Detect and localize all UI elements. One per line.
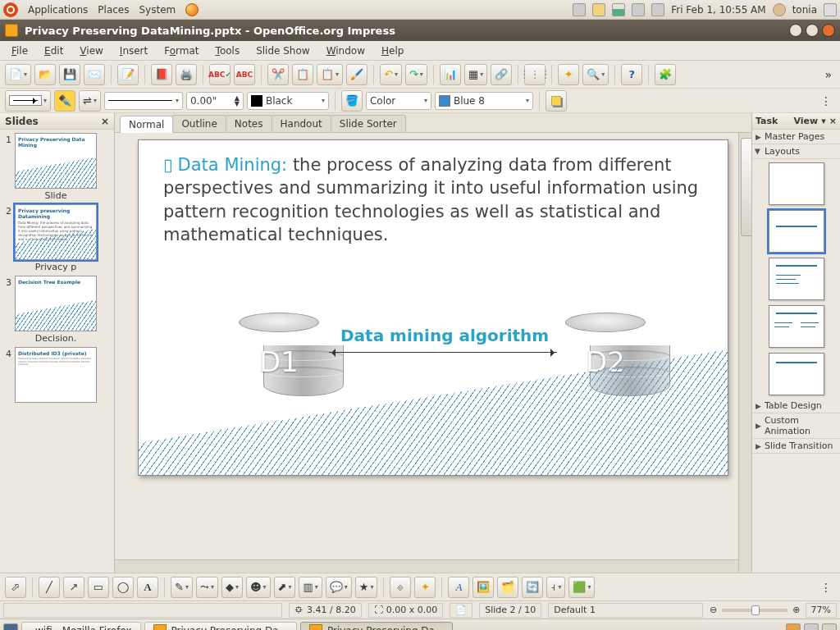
network-icon[interactable]	[612, 3, 625, 16]
show-desktop-button[interactable]	[3, 623, 18, 631]
shadow-button[interactable]	[546, 90, 567, 112]
slide-text[interactable]: ▯Data Mining: the process of analyzing d…	[163, 153, 703, 246]
tray-icon[interactable]	[573, 3, 586, 16]
copy-button[interactable]: 📋	[292, 64, 313, 85]
slide-canvas[interactable]: ▯Data Mining: the process of analyzing d…	[115, 133, 751, 573]
menu-file[interactable]: File	[5, 43, 34, 58]
area-fill-icon[interactable]: 🪣	[341, 90, 363, 112]
line-tool-button[interactable]: ╱	[39, 577, 60, 598]
text-tool-button[interactable]: A	[137, 577, 158, 598]
layout-title-only-2[interactable]	[769, 353, 824, 395]
taskbar-item[interactable]: Privacy Preserving Da...	[144, 622, 297, 631]
menu-slideshow[interactable]: Slide Show	[249, 43, 316, 58]
toolbar-overflow-button[interactable]: ⋮	[817, 94, 835, 107]
volume-icon[interactable]	[632, 3, 645, 16]
line-ends-button[interactable]: ⇌▾	[79, 90, 101, 112]
taskbar-item[interactable]: wifi - Mozilla Firefox	[21, 622, 141, 631]
gallery-button[interactable]: 🧩	[655, 64, 676, 85]
line-width-input[interactable]: 0.00"▲▼	[186, 92, 244, 110]
rotate-button[interactable]: 🔄	[522, 577, 543, 598]
clock[interactable]: Fri Feb 1, 10:55 AM	[671, 4, 765, 16]
arrow-tool-button[interactable]: ↗	[63, 577, 84, 598]
task-section-slide-transition[interactable]: ▶Slide Transition	[752, 439, 840, 454]
tab-handout[interactable]: Handout	[272, 115, 331, 132]
workspace-switcher[interactable]	[804, 623, 819, 631]
arrow-style-button[interactable]: ▾	[5, 90, 51, 112]
basic-shapes-button[interactable]: ◆▾	[221, 577, 243, 598]
menu-insert[interactable]: Insert	[113, 43, 154, 58]
layout-blank[interactable]	[769, 162, 824, 205]
line-style-select[interactable]: ▾	[104, 92, 183, 110]
tab-slide-sorter[interactable]: Slide Sorter	[331, 115, 406, 132]
zoom-slider[interactable]	[722, 609, 788, 612]
vertical-scrollbar[interactable]	[738, 133, 751, 573]
line-style-icon[interactable]: ✒️	[54, 90, 75, 112]
user-menu[interactable]: tonia	[792, 4, 817, 16]
task-section-table-design[interactable]: ▶Table Design	[752, 399, 840, 413]
navigator-button[interactable]: ✦	[558, 64, 579, 85]
slide-thumbnail[interactable]: 1 Privacy Preserving Data Mining Slide	[3, 133, 111, 201]
applications-menu[interactable]: Applications	[28, 4, 88, 16]
layout-title-only[interactable]	[769, 210, 824, 253]
align-button[interactable]: ⫞▾	[546, 577, 565, 598]
task-panel-close-button[interactable]: ×	[829, 116, 837, 126]
connector-tool-button[interactable]: ⤳▾	[196, 577, 218, 598]
shutdown-icon[interactable]	[824, 3, 837, 16]
edit-file-button[interactable]: 📝	[117, 64, 139, 85]
export-pdf-button[interactable]: 📕	[151, 64, 172, 85]
task-view-dropdown-icon[interactable]: ▾	[821, 116, 826, 126]
stars-button[interactable]: ★▾	[355, 577, 378, 598]
workspace-switcher[interactable]	[786, 623, 801, 631]
window-close-button[interactable]	[822, 24, 835, 37]
zoom-value[interactable]: 77%	[806, 603, 837, 618]
places-menu[interactable]: Places	[98, 4, 129, 16]
points-button[interactable]: ⟐	[390, 577, 411, 598]
task-section-layouts[interactable]: ▶Layouts	[752, 144, 840, 159]
trash-icon[interactable]	[822, 623, 837, 631]
curve-tool-button[interactable]: ✎▾	[171, 577, 193, 598]
glue-points-button[interactable]: ✦	[414, 577, 436, 598]
ellipse-tool-button[interactable]: ◯	[112, 577, 134, 598]
task-section-custom-animation[interactable]: ▶Custom Animation	[752, 413, 840, 439]
redo-button[interactable]: ↷▾	[405, 64, 427, 85]
autospell-button[interactable]: ABC	[234, 64, 255, 85]
tab-notes[interactable]: Notes	[226, 115, 272, 132]
print-button[interactable]: 🖨️	[176, 64, 197, 85]
slides-panel-close-button[interactable]: ×	[101, 116, 109, 127]
hyperlink-button[interactable]: 🔗	[491, 64, 512, 85]
window-maximize-button[interactable]	[806, 24, 819, 37]
save-button[interactable]: 💾	[59, 64, 80, 85]
toolbar-overflow-button[interactable]: ⋮	[817, 581, 835, 594]
battery-icon[interactable]	[651, 3, 664, 16]
block-arrows-button[interactable]: ⬈▾	[274, 577, 296, 598]
layout-two-content[interactable]	[769, 305, 824, 348]
spellcheck-button[interactable]: ABC✔	[209, 64, 231, 85]
menu-window[interactable]: Window	[320, 43, 372, 58]
fontwork-button[interactable]: A	[448, 577, 469, 598]
cut-button[interactable]: ✂️	[267, 64, 289, 85]
firefox-launcher-icon[interactable]	[185, 3, 199, 16]
tray-icon[interactable]	[592, 3, 605, 16]
flowchart-button[interactable]: ▥▾	[299, 577, 322, 598]
task-section-master-pages[interactable]: ▶Master Pages	[752, 130, 840, 144]
rectangle-tool-button[interactable]: ▭	[88, 577, 109, 598]
paste-button[interactable]: 📋▾	[317, 64, 343, 85]
table-button[interactable]: ▦▾	[464, 64, 487, 85]
undo-button[interactable]: ↶▾	[380, 64, 402, 85]
symbol-shapes-button[interactable]: ☻▾	[246, 577, 271, 598]
chart-button[interactable]: 📊	[440, 64, 461, 85]
layout-title-content[interactable]	[769, 258, 824, 300]
help-button[interactable]: ?	[621, 64, 642, 85]
gallery-button[interactable]: 🗂️	[497, 577, 518, 598]
fill-mode-select[interactable]: Color▾	[366, 92, 431, 110]
tab-normal[interactable]: Normal	[120, 116, 173, 133]
select-tool-button[interactable]: ⬀	[5, 577, 26, 598]
from-file-button[interactable]: 🖼️	[472, 577, 494, 598]
line-color-select[interactable]: Black▾	[247, 92, 329, 110]
menu-format[interactable]: Format	[158, 43, 205, 58]
zoom-out-button[interactable]: ⊖	[710, 605, 717, 615]
taskbar-item[interactable]: Privacy Preserving Da...	[300, 622, 453, 631]
zoom-button[interactable]: 🔍▾	[582, 64, 609, 85]
window-minimize-button[interactable]	[789, 24, 802, 37]
slide-thumbnail[interactable]: 4 Distributed ID3 (private)xxxxxxx xxxxx…	[3, 347, 111, 404]
